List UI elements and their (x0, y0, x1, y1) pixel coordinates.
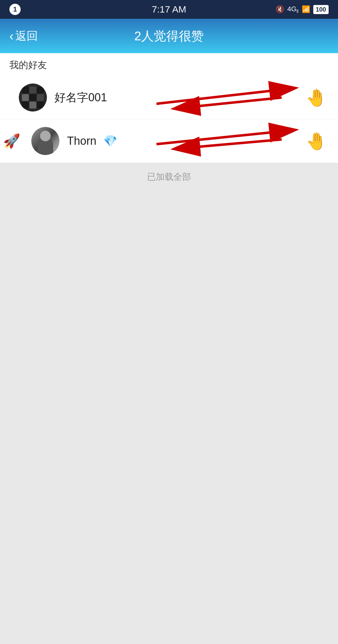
mute-icon: 🔇 (276, 5, 284, 13)
avatar-thorn (31, 127, 59, 155)
battery-indicator: 100 (313, 5, 329, 14)
chevron-left-icon: ‹ (9, 30, 13, 42)
rocket-badge: 🚀 (3, 133, 20, 149)
section-header: 我的好友 (0, 53, 338, 76)
hand-icon: 🤚 (306, 89, 327, 106)
page-title: 2人觉得很赞 (134, 28, 204, 45)
user-item[interactable]: 好名字001 🤚 (0, 76, 338, 119)
user-name-thorn: Thorn 💎 (67, 134, 304, 148)
user-item-thorn[interactable]: 🚀 Thorn 💎 🤚 (0, 119, 338, 163)
list-footer: 已加载全部 (0, 163, 338, 191)
diamond-badge: 💎 (103, 134, 117, 147)
like-button[interactable]: 🤚 (304, 85, 329, 110)
nav-bar: ‹ 返回 2人觉得很赞 (0, 19, 338, 53)
status-time: 7:17 AM (152, 4, 186, 15)
gray-background-area (0, 191, 338, 644)
user-list: 好名字001 🤚 🚀 Thorn (0, 76, 338, 163)
status-bar: 1 7:17 AM 🔇 4Gll 📶 100 (0, 0, 338, 19)
user-name: 好名字001 (54, 90, 304, 105)
notification-badge: 1 (9, 4, 21, 15)
signal-icon: 4Gll (287, 5, 299, 14)
like-button-thorn[interactable]: 🤚 (304, 128, 329, 153)
hand-icon-thorn: 🤚 (306, 133, 327, 149)
back-button[interactable]: ‹ 返回 (9, 28, 38, 44)
back-label: 返回 (15, 28, 38, 44)
avatar (19, 83, 47, 112)
signal-bars-icon: 📶 (302, 5, 310, 13)
